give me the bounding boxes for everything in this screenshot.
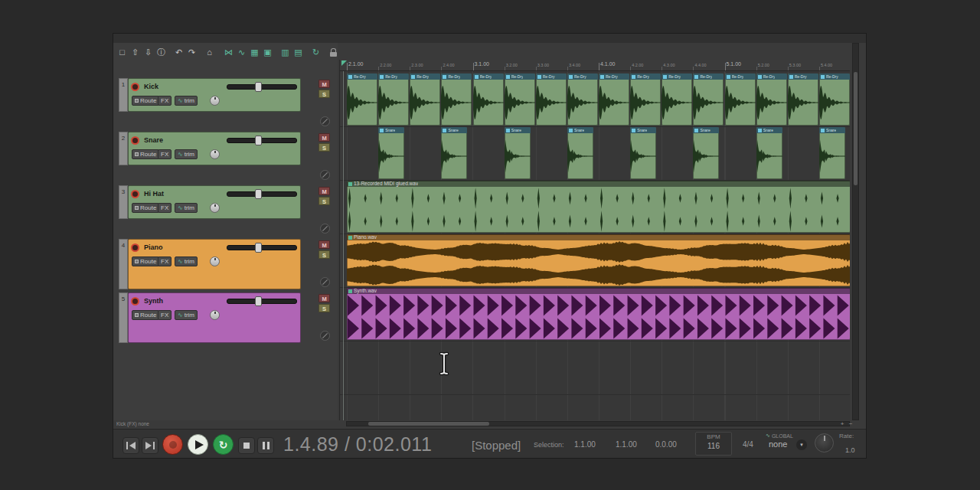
- volume-slider[interactable]: [227, 245, 297, 250]
- go-to-start-button[interactable]: [122, 437, 139, 454]
- crossfade-toggle-icon[interactable]: ⋈: [223, 46, 234, 58]
- media-item[interactable]: Re-Dry: [599, 74, 629, 126]
- media-item[interactable]: Re-Dry: [725, 74, 756, 126]
- new-project-icon[interactable]: □: [116, 46, 128, 58]
- selection-start[interactable]: 1.1.00: [574, 440, 596, 449]
- volume-slider-handle[interactable]: [255, 243, 262, 253]
- media-item[interactable]: Re-Dry: [567, 74, 598, 126]
- project-settings-icon[interactable]: ⌂: [204, 46, 215, 58]
- pan-knob[interactable]: [210, 310, 220, 320]
- pause-button[interactable]: [257, 437, 274, 454]
- record-arm-button[interactable]: [131, 190, 139, 198]
- loop-toggle-icon[interactable]: ↻: [310, 46, 322, 58]
- horizontal-scrollbar[interactable]: [346, 421, 850, 426]
- grid-toggle-icon[interactable]: ▦: [249, 46, 260, 58]
- horizontal-scrollbar-thumb[interactable]: [368, 422, 489, 426]
- stop-button[interactable]: [238, 437, 255, 454]
- phase-knob-snare[interactable]: [320, 170, 330, 180]
- track-panel-synth[interactable]: SynthRouteFX∿trim: [128, 292, 301, 343]
- volume-slider-handle[interactable]: [255, 296, 262, 306]
- media-item[interactable]: Re-Dry: [756, 74, 787, 126]
- lock-toggle-icon[interactable]: [328, 46, 339, 58]
- selection-end[interactable]: 1.1.00: [616, 440, 637, 449]
- bpm-value[interactable]: 116: [695, 442, 732, 450]
- record-arm-button[interactable]: [131, 297, 139, 305]
- media-item[interactable]: Re-Dry: [630, 74, 661, 126]
- track-number-kick[interactable]: 1: [119, 78, 128, 112]
- media-item[interactable]: Snare: [378, 127, 404, 179]
- record-arm-button[interactable]: [131, 83, 139, 91]
- volume-slider-handle[interactable]: [255, 189, 262, 199]
- media-item[interactable]: Re-Dry: [410, 74, 440, 126]
- vertical-scrollbar-thumb[interactable]: [854, 72, 858, 185]
- ripple-toggle-icon[interactable]: ▥: [279, 46, 291, 58]
- route-button[interactable]: Route: [132, 149, 159, 159]
- track-panel-piano[interactable]: PianoRouteFX∿trim: [128, 239, 301, 289]
- phase-knob-kick[interactable]: [320, 116, 330, 126]
- track-number-synth[interactable]: 5: [119, 292, 128, 343]
- volume-slider[interactable]: [227, 299, 297, 304]
- media-item[interactable]: Re-Dry: [536, 74, 567, 126]
- solo-button-snare[interactable]: S: [318, 143, 330, 152]
- media-item[interactable]: Snare: [819, 127, 845, 179]
- vertical-scrollbar[interactable]: [852, 43, 859, 420]
- track-number-piano[interactable]: 4: [119, 239, 128, 289]
- media-item[interactable]: Snare: [567, 127, 593, 179]
- media-item[interactable]: Snare: [693, 127, 719, 179]
- trim-envelope-button[interactable]: ∿trim: [175, 203, 198, 213]
- arrange-area[interactable]: Re-DryRe-DryRe-DryRe-DryRe-DryRe-DryRe-D…: [339, 71, 850, 420]
- rate-value[interactable]: 1.0: [845, 446, 855, 454]
- phase-knob-synth[interactable]: [320, 331, 330, 341]
- fx-button[interactable]: FX: [158, 256, 172, 266]
- media-item[interactable]: Snare: [630, 127, 656, 179]
- redo-icon[interactable]: ↷: [186, 46, 198, 58]
- zoom-in-button[interactable]: +: [838, 420, 846, 427]
- volume-slider[interactable]: [227, 191, 297, 197]
- media-item[interactable]: Re-Dry: [788, 74, 818, 126]
- zoom-out-button[interactable]: −: [847, 420, 854, 427]
- track-panel-hi-hat[interactable]: Hi HatRouteFX∿trim: [128, 185, 301, 219]
- trim-envelope-button[interactable]: ∿trim: [175, 256, 198, 266]
- route-button[interactable]: Route: [132, 256, 159, 266]
- solo-button-kick[interactable]: S: [318, 90, 330, 98]
- volume-slider[interactable]: [227, 84, 297, 90]
- trim-envelope-button[interactable]: ∿trim: [175, 149, 198, 159]
- track-number-hi-hat[interactable]: 3: [119, 185, 128, 219]
- volume-slider[interactable]: [227, 138, 297, 143]
- play-button[interactable]: [188, 434, 208, 455]
- volume-slider-handle[interactable]: [255, 136, 262, 145]
- media-item[interactable]: Re-Dry: [378, 74, 409, 126]
- pan-knob[interactable]: [210, 96, 220, 106]
- trim-envelope-button[interactable]: ∿trim: [175, 96, 198, 106]
- media-item[interactable]: Re-Dry: [693, 74, 724, 126]
- global-automation-value[interactable]: none: [769, 439, 787, 449]
- solo-button-piano[interactable]: S: [318, 250, 330, 259]
- route-button[interactable]: Route: [132, 96, 159, 106]
- media-item[interactable]: Re-Dry: [662, 74, 692, 126]
- fx-button[interactable]: FX: [158, 149, 172, 159]
- mute-button-hi-hat[interactable]: M: [318, 187, 330, 195]
- fx-button[interactable]: FX: [158, 96, 172, 106]
- mute-button-kick[interactable]: M: [318, 80, 330, 88]
- mute-button-snare[interactable]: M: [318, 133, 330, 142]
- phase-knob-piano[interactable]: [320, 277, 330, 287]
- open-project-icon[interactable]: ⇧: [129, 46, 141, 58]
- pan-knob[interactable]: [210, 256, 220, 266]
- pan-knob[interactable]: [210, 203, 220, 213]
- go-to-end-button[interactable]: [142, 437, 158, 454]
- fx-button[interactable]: FX: [158, 203, 172, 213]
- record-button[interactable]: [162, 434, 183, 455]
- solo-button-synth[interactable]: S: [318, 304, 330, 312]
- rate-knob[interactable]: [815, 433, 834, 452]
- mute-button-synth[interactable]: M: [318, 294, 330, 302]
- media-item[interactable]: 13-Recorded MIDI glued.wav: [347, 181, 850, 233]
- transport-position[interactable]: 1.4.89 / 0:02.011: [283, 433, 432, 456]
- media-item[interactable]: Snare: [756, 127, 782, 179]
- project-info-icon[interactable]: ⓘ: [155, 46, 167, 58]
- record-arm-button[interactable]: [131, 136, 139, 145]
- global-dropdown-button[interactable]: ▼: [796, 439, 807, 450]
- selection-length[interactable]: 0.0.00: [655, 440, 677, 449]
- envelope-toggle-icon[interactable]: ∿: [236, 46, 247, 58]
- timeline-ruler[interactable]: 2.1.002.2.002.3.002.4.003.1.003.2.003.3.…: [339, 60, 850, 71]
- grouping-toggle-icon[interactable]: ▤: [292, 46, 304, 58]
